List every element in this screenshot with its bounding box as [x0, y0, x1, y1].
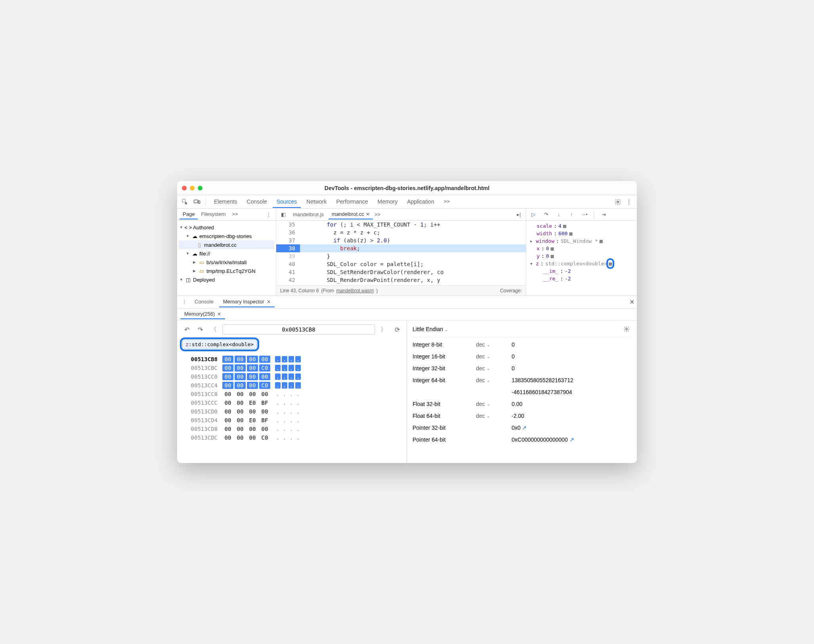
tab-elements[interactable]: Elements — [210, 196, 241, 208]
hex-row[interactable]: 00513CD40000E0BF.... — [182, 416, 402, 425]
gear-icon[interactable] — [613, 197, 623, 207]
tab-performance[interactable]: Performance — [332, 196, 372, 208]
hex-row[interactable]: 00513CC4000000C0.... — [182, 381, 402, 390]
tree-origin[interactable]: ▼☁emscripten-dbg-stories — [179, 232, 274, 240]
device-icon[interactable] — [192, 197, 202, 207]
drawer-tab-console[interactable]: Console — [191, 297, 218, 307]
format-select[interactable]: dec ⌄ — [476, 353, 508, 360]
memory-icon[interactable]: ▦ — [600, 238, 603, 244]
scope-var[interactable]: ▶window: SDL_Window *▦ — [530, 237, 633, 245]
close-icon[interactable]: ✕ — [217, 311, 221, 317]
memory-icon[interactable]: ▦ — [550, 246, 554, 252]
memory-tab[interactable]: Memory(256)✕ — [180, 309, 225, 319]
kebab-icon[interactable] — [180, 297, 189, 307]
tab-memory[interactable]: Memory — [374, 196, 402, 208]
scope-var-z[interactable]: ▼z: std::complex<double>▦ — [530, 260, 633, 267]
memory-icon[interactable]: ▦ — [563, 223, 566, 229]
code-area[interactable]: 35 for (; i < MAX_ITER_COUNT - 1; i++ 36… — [276, 221, 526, 285]
ed-tab-js[interactable]: mandelbrot.js — [290, 210, 327, 219]
ed-tab-cc[interactable]: mandelbrot.cc✕ — [329, 210, 373, 219]
hex-row[interactable]: 00513CB800000000.... — [182, 355, 402, 364]
memory-icon[interactable]: ▦ — [550, 253, 554, 259]
drawer-tab-memory[interactable]: Memory Inspector✕ — [219, 297, 275, 307]
tree-fileorigin[interactable]: ▼☁file:// — [179, 249, 274, 258]
address-input[interactable] — [222, 324, 375, 335]
value-row: Pointer 32-bit0x0 ↗ — [413, 425, 631, 431]
format-select[interactable]: dec ⌄ — [476, 377, 508, 383]
close-window[interactable] — [182, 186, 187, 191]
svg-point-13 — [626, 328, 627, 330]
prev-icon[interactable]: 〈 — [209, 325, 218, 334]
format-select[interactable]: dec ⌄ — [476, 413, 508, 419]
minimize-window[interactable] — [190, 186, 195, 191]
hex-row[interactable]: 00513CC000000000.... — [182, 372, 402, 381]
undo-icon[interactable]: ↶ — [182, 325, 191, 334]
close-drawer-icon[interactable]: ✕ — [629, 298, 634, 306]
scope-var[interactable]: scale: 4▦ — [530, 222, 633, 230]
next-icon[interactable]: 〉 — [379, 325, 388, 334]
format-select[interactable]: dec ⌄ — [476, 365, 508, 372]
nav-tab-page[interactable]: Page — [180, 210, 198, 219]
tabs-overflow[interactable]: >> — [440, 196, 454, 208]
scope-var[interactable]: __re_: -2 — [530, 275, 633, 282]
gear-icon[interactable] — [622, 324, 631, 334]
step-icon[interactable]: →• — [579, 210, 589, 219]
close-icon[interactable]: ✕ — [366, 211, 370, 217]
value: 0xC000000000000000 ↗ — [512, 436, 631, 443]
memory-inspector: ↶ ↷ 〈 〉 ⟳ z: std::complex<double> 00513C… — [177, 320, 637, 463]
scope-var[interactable]: y: 0▦ — [530, 252, 633, 260]
svg-point-11 — [184, 302, 185, 303]
open-link-icon[interactable]: ↗ — [568, 436, 574, 443]
scope-var[interactable]: __im_: -2 — [530, 267, 633, 275]
tree-file-mandelbrot[interactable]: ▯mandelbrot.cc — [179, 240, 274, 249]
wasm-link[interactable]: mandelbrot.wasm — [336, 288, 374, 293]
deactivate-bp-icon[interactable]: ⇥ — [599, 210, 608, 219]
memory-icon[interactable]: ▦ — [609, 261, 612, 267]
hex-viewer: ↶ ↷ 〈 〉 ⟳ z: std::complex<double> 00513C… — [177, 320, 407, 463]
scope-var[interactable]: x: 0▦ — [530, 245, 633, 252]
close-icon[interactable]: ✕ — [267, 299, 271, 305]
memory-icon[interactable]: ▦ — [569, 231, 572, 236]
maximize-window[interactable] — [198, 186, 203, 191]
nav-tab-filesystem[interactable]: Filesystem — [198, 210, 229, 219]
coverage-label: Coverage: — [500, 288, 522, 293]
format-select[interactable]: dec ⌄ — [476, 341, 508, 348]
step-into-icon[interactable]: ↓ — [554, 210, 564, 219]
cloud-icon: ☁ — [191, 233, 198, 239]
nav-left-icon[interactable]: ◧ — [279, 210, 288, 219]
ed-tabs-overflow[interactable]: >> — [375, 211, 380, 217]
tab-network[interactable]: Network — [302, 196, 331, 208]
step-out-icon[interactable]: ↑ — [567, 210, 576, 219]
object-chip[interactable]: z: std::complex<double> — [182, 339, 257, 349]
tree-deployed[interactable]: ▼◫Deployed — [179, 275, 274, 284]
inspect-icon[interactable] — [180, 197, 190, 207]
kebab-icon[interactable] — [624, 197, 634, 207]
svg-rect-0 — [182, 199, 185, 202]
hex-row[interactable]: 00513CD000000000.... — [182, 407, 402, 416]
tree-authored[interactable]: ▼< >Authored — [179, 223, 274, 232]
sources-panel: Page Filesystem >> ▼< >Authored ▼☁emscri… — [177, 209, 637, 296]
resume-icon[interactable]: ▷ — [529, 210, 538, 219]
step-over-icon[interactable]: ↷ — [541, 210, 551, 219]
kebab-icon[interactable] — [264, 210, 273, 219]
hex-row[interactable]: 00513CDC000000C0.... — [182, 433, 402, 442]
nav-right-icon[interactable]: ▸| — [514, 210, 524, 219]
open-link-icon[interactable]: ↗ — [521, 425, 527, 431]
value: 0 — [512, 341, 631, 348]
tree-folder[interactable]: ▶▭b/s/w/ir/x/w/install — [179, 258, 274, 267]
tab-sources[interactable]: Sources — [273, 196, 301, 208]
hex-row[interactable]: 00513CBC000000C0.... — [182, 364, 402, 372]
refresh-icon[interactable]: ⟳ — [392, 325, 402, 334]
tab-console[interactable]: Console — [243, 196, 271, 208]
hex-row[interactable]: 00513CCC0000E0BF.... — [182, 398, 402, 407]
tab-application[interactable]: Application — [403, 196, 438, 208]
hex-row[interactable]: 00513CC800000000.... — [182, 390, 402, 398]
tree-folder[interactable]: ▶▭tmp/tmp.ELcTq2YGN — [179, 267, 274, 275]
hex-row[interactable]: 00513CD800000000.... — [182, 425, 402, 433]
endian-select[interactable]: Little Endian ⌄ — [413, 326, 448, 332]
scope-var[interactable]: width: 600▦ — [530, 230, 633, 237]
redo-icon[interactable]: ↷ — [195, 325, 205, 334]
nav-tabs-overflow[interactable]: >> — [229, 210, 241, 219]
svg-point-9 — [268, 216, 269, 217]
format-select[interactable]: dec ⌄ — [476, 401, 508, 407]
